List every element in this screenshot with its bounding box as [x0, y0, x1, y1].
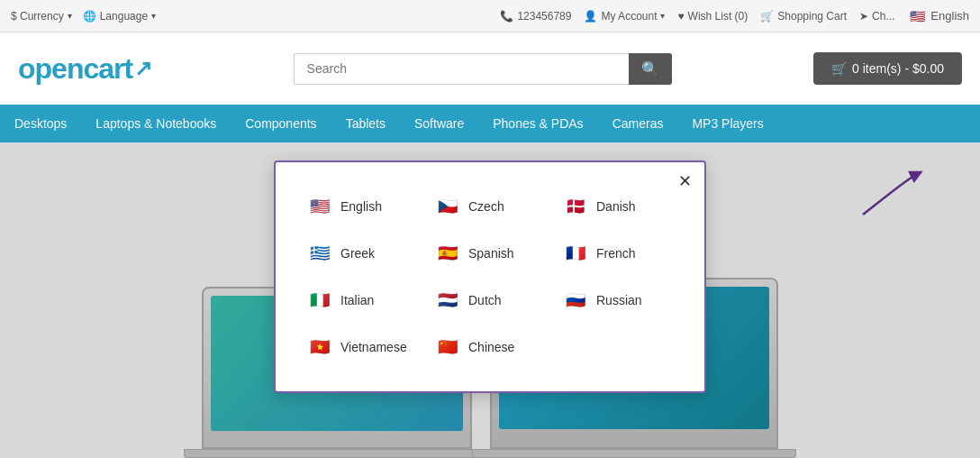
- phone: 📞 123456789: [500, 10, 571, 23]
- lang-name-italian: Italian: [340, 293, 374, 307]
- lang-name-french: French: [596, 246, 636, 261]
- flag-dutch-icon: 🇳🇱: [434, 287, 461, 314]
- my-account-label: My Account: [601, 10, 657, 23]
- nav-item-mp3[interactable]: MP3 Players: [677, 105, 777, 142]
- currency-dropdown[interactable]: $ Currency ▾: [11, 10, 72, 23]
- cart-button[interactable]: 🛒 0 item(s) - $0.00: [813, 52, 962, 85]
- language-label: Language: [100, 10, 148, 23]
- top-bar-right: 📞 123456789 👤 My Account ▾ ♥ Wish List (…: [500, 6, 969, 26]
- flag-spanish-icon: 🇪🇸: [434, 240, 461, 267]
- lang-name-spanish: Spanish: [468, 246, 514, 261]
- shopping-cart-label: Shopping Cart: [777, 10, 847, 23]
- search-button[interactable]: 🔍: [629, 53, 672, 85]
- my-account-dropdown[interactable]: 👤 My Account ▾: [584, 10, 665, 23]
- wish-list-link[interactable]: ♥ Wish List (0): [677, 10, 748, 23]
- language-modal-overlay: ✕ 🇺🇸 English 🇨🇿 Czech 🇩🇰 Danish 🇬🇷 Greek: [274, 160, 706, 393]
- arrow-icon: [854, 169, 926, 224]
- nav-item-components[interactable]: Components: [231, 105, 331, 142]
- nav-item-software[interactable]: Software: [400, 105, 478, 142]
- current-language-flag-icon: 🇺🇸: [907, 6, 927, 26]
- lang-name-vietnamese: Vietnamese: [340, 340, 407, 354]
- logo-text: opencart: [18, 52, 132, 86]
- flag-chinese-icon: 🇨🇳: [434, 334, 461, 361]
- account-arrow-icon: ▾: [660, 11, 665, 21]
- lang-name-dutch: Dutch: [468, 293, 502, 307]
- lang-item-vietnamese[interactable]: 🇻🇳 Vietnamese: [303, 330, 422, 364]
- flag-czech-icon: 🇨🇿: [434, 193, 461, 220]
- language-grid: 🇺🇸 English 🇨🇿 Czech 🇩🇰 Danish 🇬🇷 Greek: [303, 189, 677, 364]
- lang-item-spanish[interactable]: 🇪🇸 Spanish: [431, 236, 549, 270]
- cart-icon: 🛒: [760, 10, 774, 23]
- flag-greek-icon: 🇬🇷: [306, 240, 333, 267]
- current-language-label: English: [930, 9, 969, 23]
- search-bar: 🔍: [294, 53, 672, 85]
- top-bar-left: $ Currency ▾ 🌐 Language ▾: [11, 10, 156, 23]
- lang-item-danish[interactable]: 🇩🇰 Danish: [558, 189, 677, 224]
- language-modal: ✕ 🇺🇸 English 🇨🇿 Czech 🇩🇰 Danish 🇬🇷 Greek: [274, 160, 706, 393]
- flag-italian-icon: 🇮🇹: [306, 287, 333, 314]
- flag-danish-icon: 🇩🇰: [562, 193, 589, 220]
- lang-name-russian: Russian: [596, 293, 642, 307]
- header: opencart ↗ 🔍 🛒 0 item(s) - $0.00: [0, 32, 980, 105]
- flag-vietnamese-icon: 🇻🇳: [306, 334, 333, 361]
- flag-english-icon: 🇺🇸: [306, 193, 333, 220]
- modal-close-button[interactable]: ✕: [678, 171, 692, 191]
- heart-icon: ♥: [677, 10, 684, 23]
- user-icon: 👤: [584, 10, 597, 23]
- top-bar: $ Currency ▾ 🌐 Language ▾ 📞 123456789 👤 …: [0, 0, 980, 32]
- main-content: ✕ 🇺🇸 English 🇨🇿 Czech 🇩🇰 Danish 🇬🇷 Greek: [0, 142, 980, 458]
- lang-item-russian[interactable]: 🇷🇺 Russian: [558, 283, 677, 317]
- flag-french-icon: 🇫🇷: [562, 240, 589, 267]
- wish-list-label: Wish List (0): [688, 10, 749, 23]
- arrow-annotation: [854, 169, 926, 226]
- lang-name-greek: Greek: [340, 246, 375, 261]
- nav-item-tablets[interactable]: Tablets: [331, 105, 400, 142]
- lang-item-italian[interactable]: 🇮🇹 Italian: [303, 283, 422, 317]
- checkout-label: Ch...: [872, 10, 894, 23]
- lang-item-french[interactable]: 🇫🇷 French: [558, 236, 677, 270]
- language-flag-icon: 🌐: [83, 10, 96, 23]
- currency-label: $ Currency: [11, 10, 64, 23]
- logo[interactable]: opencart ↗: [18, 52, 151, 86]
- lang-name-chinese: Chinese: [468, 340, 514, 354]
- cart-button-label: 0 item(s) - $0.00: [852, 61, 944, 76]
- lang-item-greek[interactable]: 🇬🇷 Greek: [303, 236, 422, 270]
- nav-item-laptops[interactable]: Laptops & Notebooks: [81, 105, 231, 142]
- lang-item-czech[interactable]: 🇨🇿 Czech: [431, 189, 549, 224]
- phone-icon: 📞: [500, 10, 513, 23]
- logo-cart-icon: ↗: [134, 56, 151, 81]
- currency-arrow-icon: ▾: [68, 11, 72, 21]
- language-dropdown[interactable]: 🌐 Language ▾: [83, 10, 156, 23]
- flag-russian-icon: 🇷🇺: [562, 287, 589, 314]
- checkout-link[interactable]: ➤ Ch...: [859, 10, 894, 23]
- lang-item-dutch[interactable]: 🇳🇱 Dutch: [431, 283, 549, 317]
- cart-button-icon: 🛒: [831, 61, 847, 76]
- nav-item-phones[interactable]: Phones & PDAs: [478, 105, 597, 142]
- search-input[interactable]: [294, 53, 629, 85]
- checkout-arrow-icon: ➤: [859, 10, 868, 23]
- laptop-base-right: [472, 449, 796, 458]
- language-arrow-icon: ▾: [151, 11, 156, 21]
- lang-name-czech: Czech: [468, 199, 504, 214]
- lang-name-danish: Danish: [596, 199, 636, 214]
- shopping-cart-link[interactable]: 🛒 Shopping Cart: [760, 10, 847, 23]
- nav-item-cameras[interactable]: Cameras: [598, 105, 678, 142]
- navigation: Desktops Laptops & Notebooks Components …: [0, 105, 980, 142]
- lang-item-chinese[interactable]: 🇨🇳 Chinese: [431, 330, 549, 364]
- phone-number: 123456789: [517, 10, 571, 23]
- current-language-badge[interactable]: 🇺🇸 English: [907, 6, 969, 26]
- nav-item-desktops[interactable]: Desktops: [0, 105, 81, 142]
- lang-item-english[interactable]: 🇺🇸 English: [303, 189, 422, 224]
- laptop-base-left: [184, 449, 490, 458]
- lang-name-english: English: [340, 199, 382, 214]
